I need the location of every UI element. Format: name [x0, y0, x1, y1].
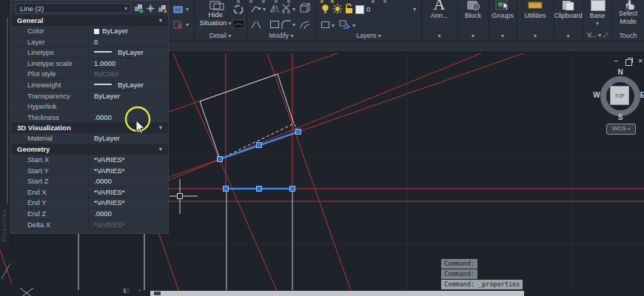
linetype-sample-icon	[94, 84, 112, 85]
viewcube-east[interactable]: E	[640, 91, 644, 99]
chevron-down-icon[interactable]: ▾	[292, 21, 295, 28]
ribbon-panel-base[interactable]: Base ▾ V... ▾ ⤢	[583, 0, 612, 41]
property-row: LineweightByLayer	[11, 80, 168, 91]
viewcube-west[interactable]: W	[593, 91, 600, 99]
erase-icon[interactable]	[173, 20, 184, 30]
quick-select-icon[interactable]	[158, 4, 167, 13]
panel-label-utilities: Utilities	[517, 12, 554, 19]
chevron-down-icon[interactable]: ▾	[292, 6, 295, 13]
minimize-button[interactable]: −	[614, 57, 618, 65]
palette-scrollbar[interactable]	[7, 18, 8, 204]
ribbon-panel-annotation[interactable]: A Ann... ▾	[421, 0, 457, 41]
layer-on-bulb-icon[interactable]	[321, 4, 330, 14]
trim-icon[interactable]	[281, 3, 292, 14]
property-name: Linetype scale	[27, 58, 73, 69]
mirror-icon[interactable]	[269, 3, 281, 14]
property-value[interactable]: *VARIES*	[88, 198, 167, 208]
ribbon-panel-block[interactable]: Block ▾	[457, 0, 489, 41]
grip[interactable]	[257, 143, 262, 148]
property-name: End Y	[27, 198, 47, 208]
surface-chip-icon[interactable]	[232, 19, 245, 29]
draw-order-icon[interactable]	[173, 4, 184, 14]
chevron-down-icon[interactable]: ▾	[534, 33, 537, 39]
property-value[interactable]: .0000	[88, 209, 167, 219]
chevron-down-icon[interactable]: ▾	[566, 33, 569, 39]
stretch-icon[interactable]	[251, 4, 261, 14]
property-value[interactable]: *VARIES*	[88, 220, 167, 230]
select-objects-icon[interactable]	[146, 4, 155, 13]
layer-freeze-sun-icon[interactable]	[332, 4, 343, 14]
grip[interactable]	[296, 130, 301, 135]
restore-button[interactable]	[625, 59, 632, 66]
chevron-down-icon[interactable]: ▾	[332, 22, 335, 29]
grip[interactable]	[224, 186, 229, 192]
command-dock-icon[interactable]: ▮▯	[123, 287, 130, 294]
layer-color-swatch[interactable]	[355, 5, 364, 14]
layer-match-icon[interactable]	[339, 19, 351, 30]
ribbon-panel-clipboard[interactable]: Clipboard ▾	[554, 0, 583, 41]
layer-unlock-icon[interactable]	[344, 3, 354, 14]
customize-wrench-icon[interactable]: ⌁	[138, 287, 141, 294]
grip[interactable]	[218, 157, 223, 162]
property-value[interactable]: ByLayer	[88, 26, 167, 36]
command-input-bar[interactable]	[150, 291, 524, 296]
property-value[interactable]: ByLayer	[88, 80, 167, 90]
panel-label-modify[interactable]: Modify ▾	[246, 32, 316, 39]
explode-icon[interactable]	[299, 3, 310, 13]
panel-label-layers[interactable]: Layers ▾	[316, 32, 421, 39]
hide-situation-button[interactable]: Hide Situation ▾	[194, 10, 237, 27]
property-row: Layer0	[11, 37, 168, 48]
toggle-pickadd-icon[interactable]	[134, 4, 144, 13]
property-value[interactable]: 0	[88, 37, 167, 47]
chevron-down-icon[interactable]: ▾	[583, 20, 612, 27]
property-row: Delta X*VARIES*	[11, 220, 168, 231]
viewcube-south[interactable]: S	[618, 113, 623, 121]
palette-title-bar[interactable]: Properties	[0, 0, 11, 246]
property-row: ColorByLayer	[11, 26, 168, 37]
panel-label-annotation: Ann...	[421, 12, 457, 19]
property-name: Plot style	[27, 69, 56, 79]
chevron-down-icon: ▾	[598, 32, 601, 38]
grip[interactable]	[257, 186, 262, 192]
property-value[interactable]: *VARIES*	[88, 166, 167, 176]
property-value[interactable]: ByColor	[88, 69, 167, 79]
ribbon-panel-select-mode[interactable]: SelectMode Touch	[612, 0, 644, 41]
chevron-down-icon[interactable]: ▾	[352, 22, 355, 29]
flip-icon[interactable]	[251, 20, 261, 30]
offset-icon[interactable]	[299, 20, 310, 30]
viewcube-top-face[interactable]: TOP	[610, 86, 629, 105]
chevron-down-icon: ▾	[378, 33, 381, 39]
fillet-icon[interactable]	[281, 20, 292, 30]
layer-properties-icon[interactable]	[321, 21, 330, 29]
wcs-menu-button[interactable]: WCS ▾	[606, 124, 636, 135]
chevron-down-icon[interactable]: ▾	[501, 33, 504, 39]
property-value[interactable]: *VARIES*	[88, 155, 167, 165]
chevron-down-icon[interactable]: ▾	[263, 6, 266, 13]
selection-type-dropdown[interactable]: Line (2) ▾	[16, 3, 131, 13]
current-layer-name[interactable]: 0	[366, 5, 370, 13]
property-name: Color	[27, 26, 44, 36]
section-header[interactable]: Geometry▾	[11, 144, 168, 155]
chevron-down-icon[interactable]: ▾	[437, 33, 440, 39]
property-value[interactable]: .0000	[88, 176, 167, 186]
viewcube-north[interactable]: N	[617, 68, 623, 76]
panel-label-detail[interactable]: Detail ▾	[194, 32, 246, 39]
property-value[interactable]: *VARIES*	[88, 187, 167, 198]
close-button[interactable]: ×	[638, 57, 643, 65]
ribbon-panel-groups[interactable]: Groups ▾	[489, 0, 517, 41]
groups-icon	[495, 0, 510, 10]
rectangle-icon[interactable]	[269, 20, 280, 29]
property-value[interactable]: 1.0000	[88, 58, 167, 69]
isolate-objects-icon[interactable]	[232, 4, 244, 16]
ribbon-panel-modify: ▾ ▾ ▾	[246, 0, 316, 41]
grip[interactable]	[290, 186, 295, 192]
panel-footer-touch[interactable]: Touch	[612, 32, 644, 39]
chevron-down-icon[interactable]: ▾	[413, 6, 416, 13]
chevron-down-icon[interactable]: ▾	[186, 6, 189, 13]
chevron-down-icon[interactable]: ▾	[472, 33, 474, 39]
property-value[interactable]: ByLayer	[88, 47, 167, 58]
ribbon-panel-utilities[interactable]: Utilities ▾	[517, 0, 554, 41]
chevron-down-icon[interactable]: ▾	[186, 21, 189, 28]
section-header[interactable]: General▾	[11, 16, 168, 26]
panel-footer-base[interactable]: V... ▾ ⤢	[583, 31, 612, 39]
